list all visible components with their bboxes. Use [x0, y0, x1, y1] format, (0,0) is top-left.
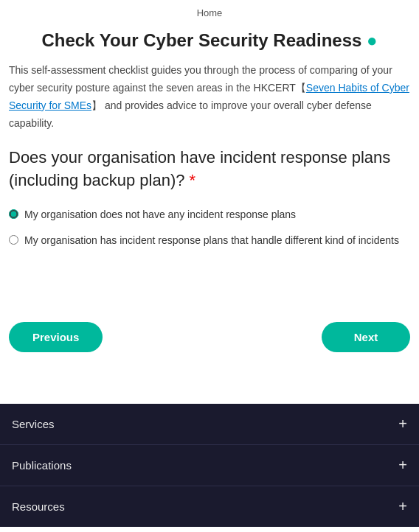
footer: Services + Publications + Resources +: [0, 404, 419, 527]
footer-services-label: Services: [12, 418, 55, 430]
radio-input-2[interactable]: [9, 235, 18, 245]
spacer: [9, 270, 410, 315]
radio-input-1[interactable]: [9, 209, 18, 219]
next-button[interactable]: Next: [322, 322, 410, 352]
main-content: Check Your Cyber Security Readiness ● Th…: [0, 23, 419, 382]
question-text: Does your organisation have incident res…: [9, 147, 410, 192]
publications-plus-icon: +: [398, 457, 407, 474]
radio-label-1: My organisation does not have any incide…: [24, 207, 296, 223]
radio-option-2[interactable]: My organisation has incident response pl…: [9, 233, 410, 248]
footer-publications-label: Publications: [12, 459, 72, 472]
services-plus-icon: +: [398, 416, 407, 433]
footer-item-resources[interactable]: Resources +: [0, 486, 419, 527]
radio-label-2: My organisation has incident response pl…: [24, 233, 399, 248]
title-dot: ●: [367, 30, 378, 50]
page-title: Check Your Cyber Security Readiness ●: [9, 23, 410, 62]
radio-option-1[interactable]: My organisation does not have any incide…: [9, 207, 410, 223]
footer-item-publications[interactable]: Publications +: [0, 445, 419, 486]
resources-plus-icon: +: [398, 498, 407, 515]
previous-button[interactable]: Previous: [9, 322, 103, 352]
question-section: Does your organisation have incident res…: [9, 147, 410, 248]
breadcrumb: Home: [0, 0, 419, 23]
description-text: This self-assessment checklist guides yo…: [9, 62, 410, 132]
navigation-buttons: Previous Next: [9, 315, 410, 367]
footer-item-services[interactable]: Services +: [0, 404, 419, 445]
footer-resources-label: Resources: [12, 500, 65, 513]
